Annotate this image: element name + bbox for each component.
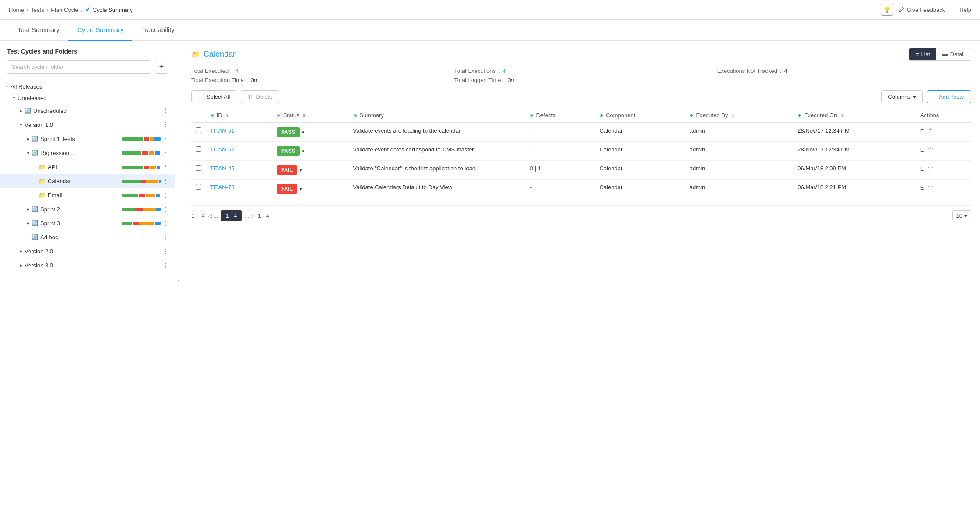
row3-status-dropdown[interactable]: ▾ xyxy=(300,167,302,173)
breadcrumb: Home / Tests / Plan Cycle / ✔ Cycle Summ… xyxy=(9,6,133,14)
tree-label-unreleased: Unreleased xyxy=(18,95,171,101)
delete-button[interactable]: 🗑 Delete xyxy=(241,90,279,103)
tree-item-api[interactable]: 📁 API ⋮ xyxy=(0,160,175,174)
list-view-button[interactable]: ≡ List xyxy=(909,48,936,60)
tree-item-sprint2[interactable]: 🔄 Sprint 2 ⋮ xyxy=(0,202,175,216)
tree-more-unscheduled[interactable]: ⋮ xyxy=(161,106,171,115)
select-all-button[interactable]: Select All xyxy=(191,90,236,103)
tree-item-calendar[interactable]: 📁 Calendar ⋮ xyxy=(0,174,175,188)
row1-id[interactable]: TITAN-51 xyxy=(206,122,272,142)
pagination-range-start: 1 xyxy=(191,213,194,219)
tree-more-version3[interactable]: ⋮ xyxy=(161,260,171,270)
row3-id[interactable]: TITAN-45 xyxy=(206,161,272,180)
row2-actions: E 🗑 xyxy=(916,142,971,161)
table-header: ✱ ID ⇅ ✱ Status ⇅ ✱ Summary ✱ xyxy=(191,108,971,122)
tree-more-sprint3[interactable]: ⋮ xyxy=(161,218,171,228)
row2-id[interactable]: TITAN-52 xyxy=(206,142,272,161)
row4-edit-button[interactable]: E xyxy=(920,184,924,191)
col-component: ✱ Component xyxy=(595,108,685,122)
row2-executed-by: admin xyxy=(685,142,793,161)
tab-test-summary[interactable]: Test Summary xyxy=(9,20,68,41)
col-id: ✱ ID ⇅ xyxy=(206,108,272,122)
content-header: 📁 Calendar ≡ List ▬ Detail xyxy=(191,48,971,61)
row2-status-dropdown[interactable]: ▾ xyxy=(302,148,304,154)
tree-item-version3[interactable]: Version 3.0 ⋮ xyxy=(0,258,175,272)
tree-item-all-releases[interactable]: All Releases xyxy=(0,81,175,92)
row4-status-dropdown[interactable]: ▾ xyxy=(300,186,302,192)
row3-edit-button[interactable]: E xyxy=(920,166,924,172)
search-row: + xyxy=(7,60,168,74)
sidebar-collapse-handle[interactable]: ‹ xyxy=(175,41,182,519)
add-tests-button[interactable]: + Add Tests xyxy=(927,90,971,103)
row4-id[interactable]: TITAN-78 xyxy=(206,180,272,198)
search-input[interactable] xyxy=(7,60,151,74)
toggle-sprint3 xyxy=(25,220,32,227)
help-link[interactable]: Help xyxy=(959,7,971,13)
current-page-button[interactable]: 1 - 4 xyxy=(221,210,242,221)
tree-item-sprint1[interactable]: 🔄 Sprint 1 Tests ⋮ xyxy=(0,132,175,146)
row1-executed-on: 28/Nov/17 12:34 PM xyxy=(793,122,916,142)
row4-delete-button[interactable]: 🗑 xyxy=(927,184,934,191)
row2-delete-button[interactable]: 🗑 xyxy=(927,146,934,153)
sidebar-title: Test Cycles and Folders xyxy=(7,48,168,55)
row2-edit-button[interactable]: E xyxy=(920,147,924,153)
row3-status: FAIL ▾ xyxy=(272,161,349,180)
row1-status-dropdown[interactable]: ▾ xyxy=(302,130,304,135)
row1-component: Calendar xyxy=(595,122,685,142)
tree-more-email[interactable]: ⋮ xyxy=(161,190,171,200)
row1-edit-button[interactable]: E xyxy=(920,128,924,134)
tree-item-version2[interactable]: Version 2.0 ⋮ xyxy=(0,244,175,258)
id-sort-icon[interactable]: ⇅ xyxy=(225,113,229,118)
folder-name: Calendar xyxy=(204,50,236,59)
tree-item-version1[interactable]: Version 1.0 ⋮ xyxy=(0,118,175,132)
tree-item-adhoc[interactable]: 🔄 Ad hoc ⋮ xyxy=(0,230,175,244)
tree-label-version3: Version 3.0 xyxy=(25,262,161,269)
tree-more-regression[interactable]: ⋮ xyxy=(161,148,171,158)
status-sort-icon[interactable]: ⇅ xyxy=(302,113,306,118)
tree-more-sprint2[interactable]: ⋮ xyxy=(161,204,171,214)
sidebar: Test Cycles and Folders + All Releases U… xyxy=(0,41,175,519)
tree-more-adhoc[interactable]: ⋮ xyxy=(161,232,171,242)
tree-more-calendar[interactable]: ⋮ xyxy=(161,176,171,186)
cycle-icon: ✔ xyxy=(85,6,91,14)
table-row: TITAN-78 FAIL ▾ Validate Calendars Defau… xyxy=(191,180,971,198)
tree-more-version2[interactable]: ⋮ xyxy=(161,246,171,256)
executed-on-sort-icon[interactable]: ⇅ xyxy=(840,113,844,118)
tree-item-sprint3[interactable]: 🔄 Sprint 3 ⋮ xyxy=(0,216,175,230)
row3-checkbox[interactable] xyxy=(196,165,201,171)
executed-by-sort-icon[interactable]: ⇅ xyxy=(731,113,734,118)
tree-item-email[interactable]: 📁 Email ⋮ xyxy=(0,188,175,202)
breadcrumb-plan-cycle[interactable]: Plan Cycle xyxy=(51,7,78,13)
tree-item-regression[interactable]: 🔄 Regression ... ⋮ xyxy=(0,146,175,160)
bulb-icon: 💡 xyxy=(881,4,893,16)
tree-label-adhoc: Ad hoc xyxy=(40,234,161,241)
pagination-left: 1 - 4 ◁ ... 1 - 4 ... ▷ 1 - 4 xyxy=(191,210,269,221)
give-feedback-button[interactable]: 🖊 Give Feedback xyxy=(898,7,945,13)
per-page-select[interactable]: 10 ▾ xyxy=(952,210,971,221)
api-bar xyxy=(122,166,161,169)
row1-delete-button[interactable]: 🗑 xyxy=(927,127,934,134)
stats-grid: Total Executed : 4 Total Executions : 4 … xyxy=(191,68,971,83)
row4-checkbox-cell xyxy=(191,180,206,198)
breadcrumb-tests[interactable]: Tests xyxy=(31,7,44,13)
add-folder-button[interactable]: + xyxy=(155,61,168,74)
detail-view-button[interactable]: ▬ Detail xyxy=(936,48,971,60)
tree-item-unscheduled[interactable]: 🔄 Unscheduled ⋮ xyxy=(0,104,175,118)
topbar: Home / Tests / Plan Cycle / ✔ Cycle Summ… xyxy=(0,0,980,20)
row1-summary: Validate events are loading to the calen… xyxy=(349,122,526,142)
row3-delete-button[interactable]: 🗑 xyxy=(927,165,934,172)
toggle-sprint1 xyxy=(25,135,32,142)
tree-more-version1[interactable]: ⋮ xyxy=(161,120,171,130)
columns-button[interactable]: Columns ▾ xyxy=(881,90,922,103)
tab-traceability[interactable]: Traceability xyxy=(132,20,183,41)
row4-checkbox[interactable] xyxy=(196,184,201,190)
tree-item-unreleased[interactable]: Unreleased xyxy=(0,92,175,104)
row1-checkbox[interactable] xyxy=(196,127,201,133)
stat-logged-time-value: 0m xyxy=(508,77,515,83)
tree-more-api[interactable]: ⋮ xyxy=(161,162,171,172)
stat-not-tracked: Executions Not Tracked : 4 xyxy=(717,68,971,74)
tree-more-sprint1[interactable]: ⋮ xyxy=(161,134,171,144)
breadcrumb-home[interactable]: Home xyxy=(9,7,24,13)
tab-cycle-summary[interactable]: Cycle Summary xyxy=(68,20,132,41)
row2-checkbox[interactable] xyxy=(196,146,201,152)
